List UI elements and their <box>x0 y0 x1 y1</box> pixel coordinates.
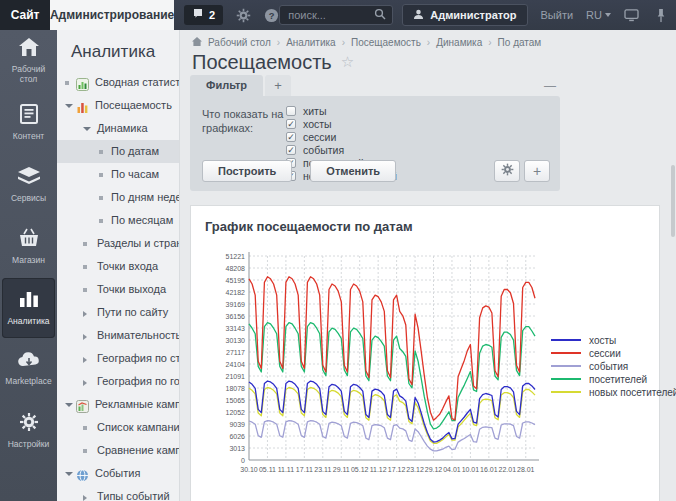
rail-item-desktop[interactable]: Рабочий стол <box>0 30 57 92</box>
rail-label: Контент <box>11 132 47 142</box>
rail-item-content[interactable]: Контент <box>0 92 57 154</box>
filter-tools: + <box>494 160 550 182</box>
chart-panel: График посещаемости по датам 03013602690… <box>190 205 660 501</box>
build-button[interactable]: Построить <box>202 160 292 182</box>
chevron-right-icon[interactable] <box>83 380 87 386</box>
language-selector[interactable]: RU <box>586 9 611 21</box>
sidebar-item[interactable]: Список кампаний <box>57 416 179 439</box>
sidebar-item[interactable]: По часам <box>57 163 179 186</box>
add-filter-tab[interactable]: + <box>265 75 291 96</box>
chevron-right-icon[interactable] <box>83 495 87 501</box>
sidebar-item[interactable]: География по странам <box>57 347 179 370</box>
cancel-button[interactable]: Отменить <box>310 160 396 182</box>
breadcrumb-item[interactable]: Аналитика <box>286 37 336 48</box>
x-tick-label: 05.12 <box>351 466 369 473</box>
chevron-down-icon[interactable] <box>65 104 73 108</box>
home-icon[interactable] <box>192 37 202 48</box>
y-tick-label: 27117 <box>226 349 245 356</box>
help-icon[interactable]: ? <box>264 0 279 30</box>
legend-item-sessions: сессии <box>551 347 676 359</box>
chevron-down-icon[interactable] <box>65 403 73 407</box>
notifications-badge[interactable]: 2 <box>184 5 223 25</box>
tab-site[interactable]: Сайт <box>0 0 50 30</box>
tab-filter[interactable]: Фильтр <box>190 75 263 96</box>
bullet-icon <box>83 449 87 453</box>
rail-label: Магазин <box>10 256 47 266</box>
sidebar-item[interactable]: Пути по сайту <box>57 301 179 324</box>
checkbox[interactable]: ✓ <box>286 132 296 142</box>
search-box[interactable] <box>279 5 393 25</box>
sidebar-item[interactable]: Типы событий <box>57 485 179 501</box>
filter-minimize-button[interactable]: — <box>544 79 556 93</box>
rail-item-analytics[interactable]: Аналитика <box>2 278 55 338</box>
chevron-down-icon[interactable] <box>83 127 91 131</box>
x-tick-label: 22.01 <box>499 466 517 473</box>
x-tick-label: 29.12 <box>425 466 443 473</box>
chevron-down-icon[interactable] <box>65 472 73 476</box>
rail-label: Настройки <box>6 440 52 450</box>
tab-admin[interactable]: Администрирование <box>50 0 174 30</box>
sidebar-item-label: Внимательность <box>97 329 179 341</box>
sidebar-item[interactable]: Сводная статистика <box>57 71 179 94</box>
legend-swatch <box>551 365 581 367</box>
sidebar-item[interactable]: Точки входа <box>57 255 179 278</box>
sidebar-item[interactable]: По дням недели <box>57 186 179 209</box>
search-input[interactable] <box>286 8 374 22</box>
search-icon[interactable] <box>374 6 386 24</box>
sidebar-item[interactable]: География по городам <box>57 370 179 393</box>
chevron-right-icon[interactable] <box>83 311 87 317</box>
rail-item-shop[interactable]: Магазин <box>0 216 57 278</box>
filter-add-button[interactable]: + <box>524 160 550 182</box>
svg-text:?: ? <box>269 10 275 20</box>
monitor-icon[interactable] <box>624 0 639 30</box>
y-tick-label: 12052 <box>226 409 246 416</box>
sidebar-item[interactable]: По месяцам <box>57 209 179 232</box>
breadcrumb-item[interactable]: Посещаемость <box>351 37 421 48</box>
sidebar-item[interactable]: Разделы и страницы <box>57 232 179 255</box>
sidebar-item[interactable]: Динамика <box>57 117 179 140</box>
sidebar-item[interactable]: Внимательность <box>57 324 179 347</box>
filter-section: Фильтр + — Что показать на графиках: хит… <box>190 75 560 191</box>
gear-icon[interactable] <box>236 0 251 30</box>
rail-item-marketplace[interactable]: Marketplace <box>0 338 57 400</box>
rail-item-settings[interactable]: Настройки <box>0 400 57 462</box>
chart-legend: хостысессиисобытияпосетителейновых посет… <box>551 334 676 399</box>
notifications-count: 2 <box>209 9 215 21</box>
sidebar-item[interactable]: События <box>57 462 179 485</box>
chevron-down-icon <box>605 13 611 17</box>
sidebar-item[interactable]: Посещаемость <box>57 94 179 117</box>
plus-icon: + <box>533 163 541 179</box>
sidebar-item-label: Рекламные кампании <box>95 398 179 410</box>
user-button[interactable]: Администратор <box>402 4 527 26</box>
breadcrumb-item[interactable]: По датам <box>498 37 542 48</box>
chevron-right-icon[interactable] <box>83 334 87 340</box>
y-tick-label: 48208 <box>226 265 246 272</box>
sidebar-item-label: Точки входа <box>97 260 158 272</box>
scrollbar-thumb[interactable] <box>671 165 675 237</box>
sidebar-item[interactable]: По датам <box>57 140 179 163</box>
bitrix-flag-icon <box>192 8 204 22</box>
rail-item-services[interactable]: Сервисы <box>0 154 57 216</box>
breadcrumb: Рабочий стол›Аналитика›Посещаемость›Дина… <box>180 30 676 48</box>
checkbox[interactable] <box>286 106 296 116</box>
chevron-right-icon[interactable] <box>83 357 87 363</box>
breadcrumb-item[interactable]: Динамика <box>436 37 482 48</box>
sidebar-item[interactable]: Точки выхода <box>57 278 179 301</box>
breadcrumb-item[interactable]: Рабочий стол <box>208 37 271 48</box>
sidebar-item-label: Сводная статистика <box>95 76 179 88</box>
checkbox[interactable]: ✓ <box>286 145 296 155</box>
sidebar-item[interactable]: Сравнение кампаний <box>57 439 179 462</box>
checkbox[interactable]: ✓ <box>286 119 296 129</box>
x-tick-label: 23.12 <box>406 466 424 473</box>
chart-title: График посещаемости по датам <box>191 206 659 234</box>
logout-link[interactable]: Выйти <box>541 9 574 21</box>
main-content: Рабочий стол›Аналитика›Посещаемость›Дина… <box>180 30 676 501</box>
filter-checkbox-row: ✓хосты <box>286 117 397 130</box>
sidebar-title: Аналитика <box>57 30 179 71</box>
pin-icon[interactable] <box>656 0 666 30</box>
y-tick-label: 36156 <box>226 313 246 320</box>
filter-settings-button[interactable] <box>494 160 520 182</box>
favorite-star-icon[interactable]: ☆ <box>341 53 354 71</box>
sidebar-item[interactable]: Рекламные кампании <box>57 393 179 416</box>
checkbox-label: события <box>303 144 344 156</box>
